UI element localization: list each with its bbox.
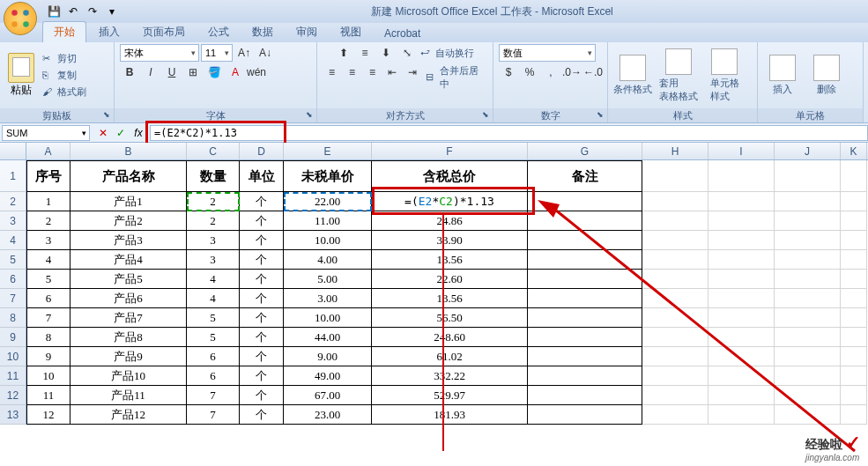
- cell[interactable]: [775, 250, 841, 270]
- table-header[interactable]: 序号: [26, 160, 70, 192]
- cell[interactable]: [708, 211, 775, 231]
- cell[interactable]: [841, 270, 867, 289]
- cell[interactable]: 4: [187, 289, 240, 308]
- cell[interactable]: [775, 308, 841, 328]
- orientation-icon[interactable]: ⤡: [397, 44, 417, 62]
- cell[interactable]: 5.00: [284, 270, 372, 289]
- tab-formulas[interactable]: 公式: [197, 22, 240, 42]
- table-header[interactable]: 含税总价: [372, 160, 528, 192]
- grow-font-icon[interactable]: A↑: [234, 44, 254, 62]
- cell[interactable]: [841, 328, 867, 347]
- name-box[interactable]: SUM: [2, 125, 90, 141]
- cell[interactable]: [528, 250, 642, 270]
- cell[interactable]: [528, 270, 642, 289]
- row-header[interactable]: 6: [0, 270, 26, 289]
- cell[interactable]: 10.00: [284, 308, 372, 328]
- cell[interactable]: 49.00: [284, 366, 372, 386]
- cell[interactable]: [528, 192, 642, 211]
- tab-view[interactable]: 视图: [330, 22, 372, 42]
- cell[interactable]: 产品6: [70, 289, 187, 308]
- cell[interactable]: 7: [26, 308, 70, 328]
- row-header[interactable]: 9: [0, 328, 26, 347]
- cell[interactable]: [642, 160, 708, 192]
- cell[interactable]: [642, 308, 708, 328]
- cell[interactable]: 产品7: [70, 308, 187, 328]
- cell[interactable]: 产品1: [70, 192, 187, 211]
- cell[interactable]: 3: [187, 250, 240, 270]
- cell[interactable]: 44.00: [284, 328, 372, 347]
- tab-data[interactable]: 数据: [241, 22, 284, 42]
- cell[interactable]: [708, 366, 775, 386]
- dec-decimal-icon[interactable]: ←.0: [583, 63, 603, 81]
- tab-home[interactable]: 开始: [42, 21, 86, 42]
- cell[interactable]: [775, 366, 841, 386]
- qat-dropdown-icon[interactable]: ▾: [104, 4, 120, 19]
- accept-formula-icon[interactable]: ✓: [113, 125, 129, 141]
- cell[interactable]: 6: [26, 289, 70, 308]
- cell[interactable]: [708, 250, 775, 270]
- cell[interactable]: 产品2: [70, 211, 187, 231]
- cell[interactable]: 6: [187, 347, 240, 366]
- conditional-format-button[interactable]: 条件格式: [613, 55, 652, 96]
- cell[interactable]: 181.93: [372, 405, 528, 425]
- cell[interactable]: [841, 347, 867, 366]
- cell[interactable]: [775, 192, 841, 211]
- cell[interactable]: [775, 231, 841, 250]
- tab-acrobat[interactable]: Acrobat: [374, 25, 431, 42]
- cut-button[interactable]: ✂剪切: [41, 51, 88, 66]
- cell[interactable]: [775, 160, 841, 192]
- cell[interactable]: 产品10: [70, 366, 187, 386]
- cell[interactable]: [708, 231, 775, 250]
- cell[interactable]: 个: [240, 270, 284, 289]
- cell[interactable]: [708, 192, 775, 211]
- row-header[interactable]: 8: [0, 308, 26, 328]
- cell[interactable]: [708, 386, 775, 405]
- cell[interactable]: 7: [187, 405, 240, 425]
- col-header-f[interactable]: F: [372, 143, 528, 159]
- cell[interactable]: [528, 366, 642, 386]
- percent-icon[interactable]: %: [520, 63, 539, 81]
- cell[interactable]: 10: [26, 366, 70, 386]
- formula-input[interactable]: =(E2*C2)*1.13: [150, 125, 868, 141]
- row-header[interactable]: 12: [0, 386, 26, 405]
- cell[interactable]: 3.00: [284, 289, 372, 308]
- cell[interactable]: 个: [240, 386, 284, 405]
- cell[interactable]: 9.00: [284, 347, 372, 366]
- row-header[interactable]: 3: [0, 211, 26, 231]
- phonetic-icon[interactable]: wén: [247, 63, 266, 81]
- comma-icon[interactable]: ,: [541, 63, 560, 81]
- cell[interactable]: [642, 328, 708, 347]
- select-all-corner[interactable]: [0, 143, 26, 159]
- row-header[interactable]: 13: [0, 405, 26, 425]
- cell[interactable]: [642, 270, 708, 289]
- align-right-icon[interactable]: ≡: [363, 63, 382, 81]
- cell[interactable]: [642, 347, 708, 366]
- underline-icon[interactable]: U: [162, 63, 182, 81]
- row-header[interactable]: 1: [0, 160, 26, 192]
- cell[interactable]: 5: [187, 328, 240, 347]
- cell[interactable]: [841, 250, 867, 270]
- cell[interactable]: 6: [187, 366, 240, 386]
- copy-button[interactable]: ⎘复制: [41, 68, 88, 83]
- cell[interactable]: 529.97: [372, 386, 528, 405]
- office-button[interactable]: [4, 2, 37, 35]
- shrink-font-icon[interactable]: A↓: [256, 44, 275, 62]
- cell-styles-button[interactable]: 单元格 样式: [705, 48, 744, 103]
- cell[interactable]: 67.00: [284, 386, 372, 405]
- fill-color-icon[interactable]: 🪣: [204, 63, 224, 81]
- cell[interactable]: [642, 405, 708, 425]
- cell[interactable]: [708, 405, 775, 425]
- cell[interactable]: [775, 405, 841, 425]
- cell[interactable]: [841, 289, 867, 308]
- cell[interactable]: 4: [26, 250, 70, 270]
- wrap-text-button[interactable]: ⮐自动换行: [419, 44, 476, 62]
- cell[interactable]: 个: [240, 405, 284, 425]
- row-header[interactable]: 5: [0, 250, 26, 270]
- tab-insert[interactable]: 插入: [88, 22, 130, 42]
- align-center-icon[interactable]: ≡: [343, 63, 361, 81]
- cell[interactable]: [775, 386, 841, 405]
- cell[interactable]: 个: [240, 366, 284, 386]
- cell[interactable]: 332.22: [372, 366, 528, 386]
- col-header-e[interactable]: E: [284, 143, 372, 159]
- cell[interactable]: [642, 289, 708, 308]
